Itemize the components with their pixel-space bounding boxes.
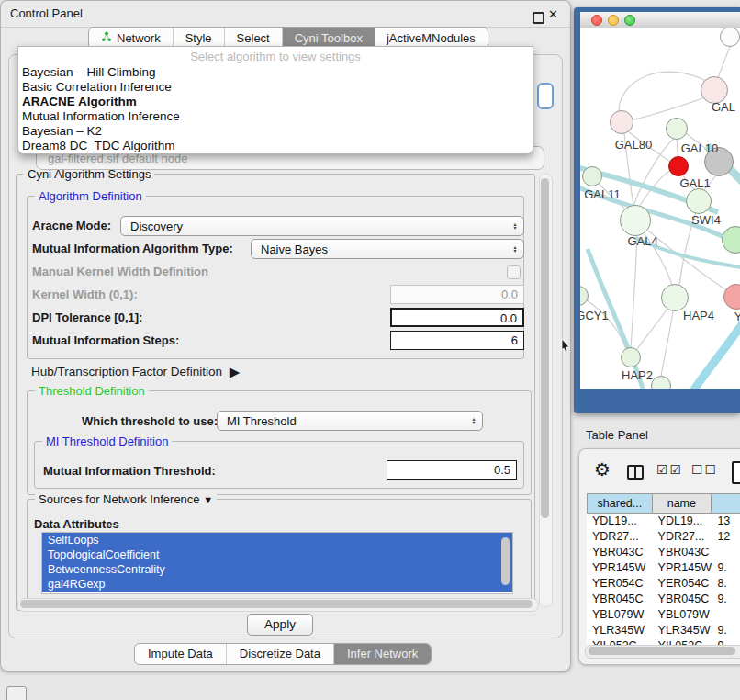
table-cell: YLR345W [653,623,712,638]
horizontal-scrollbar[interactable] [17,598,539,612]
table-cell: 13 [712,514,740,529]
attribute-item-selfloops[interactable]: SelfLoops [42,533,512,548]
node-label-y: Y [734,310,740,323]
data-attributes-list[interactable]: SelfLoopsTopologicalCoefficientBetweenne… [41,532,513,594]
network-node[interactable] [668,156,689,176]
network-titlebar[interactable] [580,12,740,29]
mouse-cursor [561,339,572,352]
mi-threshold-field[interactable]: 0.5 [387,460,517,480]
table-cell: YBR043C [653,545,712,560]
mi-type-select[interactable]: Naive Bayes ▴▾ [251,239,524,259]
network-node[interactable] [666,118,688,140]
algorithm-option-mutual-information-inference[interactable]: Mutual Information Inference [18,109,533,124]
table-cell: YBR043C [587,545,653,560]
network-icon [101,31,112,45]
table-cell: YBR045C [653,592,712,607]
algorithm-option-dream8-dc-tdc-algorithm[interactable]: Dream8 DC_TDC Algorithm [18,139,533,153]
network-node[interactable] [610,110,633,134]
node-label-hap4: HAP4 [683,309,714,322]
column-header-name[interactable]: name [653,494,712,513]
column-header-2[interactable] [712,494,740,513]
node-label-gcy1: GCY1 [580,309,609,322]
corner-panel-icon[interactable] [6,686,27,700]
table-row[interactable]: YPR145WYPR145W9. [587,560,740,576]
columns-icon[interactable] [627,465,644,480]
table-cell: YPR145W [653,560,712,576]
table-cell: YER054C [587,576,653,592]
algorithm-dropdown-popup: Select algorithm to view settings Bayesi… [17,46,533,154]
minimize-traffic-light-icon[interactable] [608,15,619,26]
attribute-item-topologicalcoefficient[interactable]: TopologicalCoefficient [42,548,512,562]
mi-threshold-label: Mutual Information Threshold: [43,464,216,478]
hub-section-toggle[interactable]: Hub/Transcription Factor Definition ▶ [31,363,236,379]
node-label-gal80: GAL80 [615,138,652,152]
deselect-all-checkboxes-icon[interactable]: ☐☐ [691,462,718,477]
select-all-checkboxes-icon[interactable]: ☑☑ [656,462,683,477]
network-node[interactable] [582,166,602,186]
apply-button[interactable]: Apply [247,614,313,636]
table-cell: 9. [712,592,740,607]
document-icon[interactable] [732,461,740,484]
table-row[interactable]: YDR27...YDR27...12 [587,529,740,545]
focused-combo-fragment [537,83,554,109]
algorithm-option-aracne-algorithm[interactable]: ARACNE Algorithm [18,95,533,109]
table-cell: YDR27... [653,529,712,545]
table-row[interactable]: YBR043CYBR043C [587,545,740,560]
zoom-traffic-light-icon[interactable] [624,15,635,26]
manual-kernel-label: Manual Kernel Width Definition [32,265,208,278]
dpi-tolerance-field[interactable]: 0.0 [390,308,524,327]
node-label-hap2: HAP2 [622,368,653,382]
list-scrollbar[interactable] [501,537,510,585]
node-label-gal: GAL [712,100,735,114]
which-threshold-label: Which threshold to use: [82,414,218,428]
table-cell [712,607,740,623]
bottom-tab-discretize-data[interactable]: Discretize Data [227,644,334,664]
sources-toggle[interactable]: Sources for Network Inference ▼ [35,492,217,506]
application-window: Control Panel ✕ NetworkStyleSelectCyni T… [0,0,740,700]
algorithm-option-basic-correlation-inference[interactable]: Basic Correlation Inference [18,80,533,95]
table-cell: YBL079W [587,607,653,623]
manual-kernel-checkbox[interactable] [507,265,521,279]
attribute-item-gal4rgexp[interactable]: gal4RGexp [42,577,512,592]
node-label-swi4: SWI4 [691,213,721,227]
float-panel-icon[interactable] [533,12,544,24]
column-header-shared[interactable]: shared... [588,494,653,513]
table-cell: YBR045C [587,592,653,607]
collapsed-arrow-icon: ▶ [230,364,241,379]
table-row[interactable]: YLR345WYLR345W9. [587,623,740,638]
node-table: shared...name YDL19...YDL19...13YDR27...… [587,493,740,649]
close-icon[interactable]: ✕ [548,7,558,21]
mi-type-value: Naive Bayes [252,243,507,256]
table-row[interactable]: YER054CYER054C8. [587,576,740,592]
bottom-tab-impute-data[interactable]: Impute Data [135,644,227,664]
aracne-mode-label: Aracne Mode: [32,219,111,232]
table-cell: 12 [712,529,740,545]
node-label-gal1: GAL1 [679,176,710,190]
which-threshold-select[interactable]: MI Threshold ▴▾ [217,411,483,431]
mi-steps-field[interactable]: 6 [390,331,524,350]
network-node[interactable] [621,347,641,367]
network-canvas[interactable]: GALGAL80GAL10GAL1GAL11SWI4GAL4GCY1HAP4YH… [580,28,740,389]
network-node[interactable] [620,205,651,236]
network-node[interactable] [686,188,712,214]
attribute-item-betweennesscentrality[interactable]: BetweennessCentrality [42,562,512,577]
table-cell: YDR27... [587,529,653,545]
algorithm-option-bayesian-hill-climbing[interactable]: Bayesian – Hill Climbing [18,65,533,80]
table-cell: YER054C [653,576,712,592]
table-horizontal-scrollbar[interactable] [585,645,740,659]
algorithm-definition-title: Algorithm Definition [35,189,146,203]
table-row[interactable]: YBL079WYBL079W [587,607,740,623]
dropdown-item-list: Bayesian – Hill ClimbingBasic Correlatio… [18,65,533,153]
kernel-width-field[interactable]: 0.0 [390,285,524,304]
table-cell: YBL079W [653,607,712,623]
table-row[interactable]: YDL19...YDL19...13 [587,514,740,529]
vertical-scrollbar[interactable] [539,174,553,607]
table-row[interactable]: YBR045CYBR045C9. [587,592,740,607]
close-traffic-light-icon[interactable] [591,15,602,26]
algorithm-option-bayesian-k2[interactable]: Bayesian – K2 [18,124,533,139]
network-node[interactable] [661,284,689,311]
gear-icon[interactable]: ⚙ [594,458,611,480]
control-panel: Control Panel ✕ NetworkStyleSelectCyni T… [0,0,571,672]
bottom-tab-infer-network[interactable]: Infer Network [334,644,431,664]
aracne-mode-select[interactable]: Discovery ▴▾ [120,216,524,236]
